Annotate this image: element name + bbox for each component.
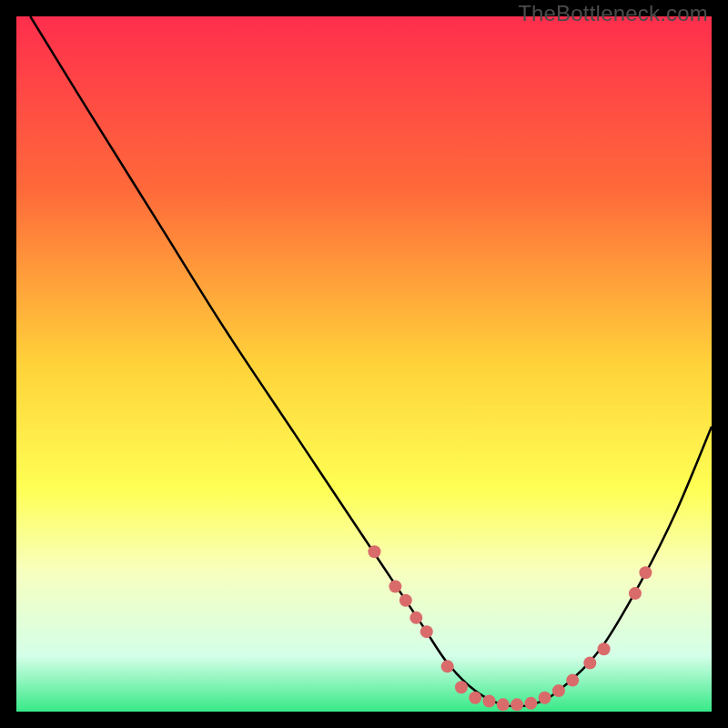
data-point [399,594,412,607]
data-point [598,642,611,655]
data-point [552,684,565,697]
data-point [639,566,652,579]
data-point [497,698,510,711]
data-point [629,587,642,600]
data-point [455,681,468,693]
data-point [483,695,496,708]
data-point [524,697,537,710]
data-point [539,692,551,704]
data-point [511,698,523,711]
data-point [410,612,422,624]
data-point [566,674,579,687]
data-point [368,545,380,558]
gradient-background [16,16,712,712]
data-point [420,625,433,638]
chart-frame [16,16,712,712]
watermark-text: TheBottleneck.com [518,1,708,26]
bottleneck-chart [16,16,712,712]
data-point [389,580,401,592]
data-point [469,692,481,704]
data-point [583,657,596,670]
data-point [441,660,454,672]
